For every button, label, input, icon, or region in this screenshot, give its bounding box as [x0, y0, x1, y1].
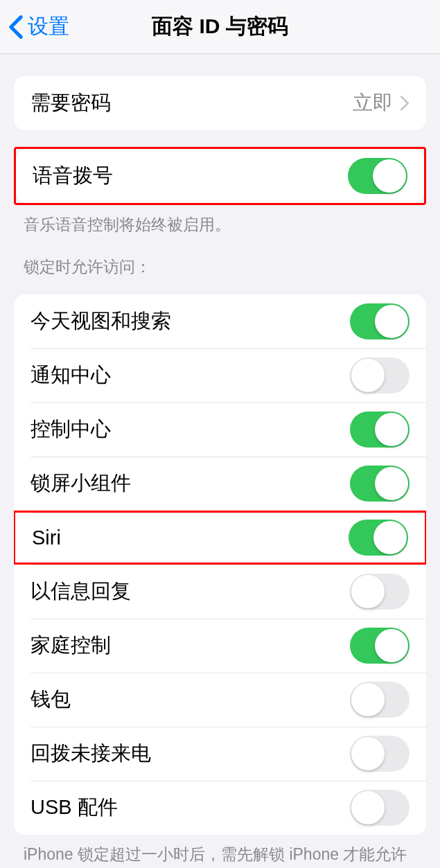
locked-item-toggle[interactable]: [350, 736, 410, 772]
locked-item-row[interactable]: 家庭控制: [14, 619, 426, 673]
locked-item-row[interactable]: 锁屏小组件: [14, 457, 426, 511]
locked-item-toggle[interactable]: [350, 574, 410, 610]
voice-dial-toggle[interactable]: [348, 158, 407, 194]
locked-item-row[interactable]: Siri: [14, 511, 426, 565]
voice-dial-row[interactable]: 语音拨号: [16, 149, 424, 203]
locked-item-toggle[interactable]: [350, 411, 410, 448]
require-passcode-row[interactable]: 需要密码 立即: [14, 76, 426, 130]
chevron-left-icon: [8, 15, 24, 39]
locked-item-label: USB 配件: [30, 794, 350, 822]
locked-item-label: 通知中心: [30, 362, 350, 389]
highlight-voice-dial: 语音拨号: [14, 147, 426, 205]
locked-access-footer: iPhone 锁定超过一小时后，需先解锁 iPhone 才能允许 USB 配件连…: [24, 843, 416, 868]
locked-item-row[interactable]: 回拨未接来电: [14, 727, 426, 781]
locked-item-row[interactable]: 今天视图和搜索: [14, 294, 426, 348]
locked-item-row[interactable]: USB 配件: [14, 781, 426, 835]
nav-bar: 设置 面容 ID 与密码: [0, 0, 440, 54]
locked-item-row[interactable]: 通知中心: [14, 348, 426, 402]
chevron-right-icon: [400, 95, 410, 112]
locked-item-toggle[interactable]: [350, 466, 410, 502]
locked-item-label: 家庭控制: [30, 632, 350, 659]
locked-item-label: 钱包: [30, 686, 350, 714]
voice-dial-group: 语音拨号: [16, 149, 424, 203]
require-passcode-label: 需要密码: [30, 89, 353, 117]
locked-item-label: Siri: [32, 526, 349, 549]
locked-item-row[interactable]: 钱包: [14, 673, 426, 727]
locked-item-toggle[interactable]: [350, 303, 410, 339]
require-passcode-group: 需要密码 立即: [14, 76, 426, 130]
locked-item-label: 锁屏小组件: [30, 470, 350, 497]
voice-dial-label: 语音拨号: [33, 162, 348, 190]
locked-item-row[interactable]: 控制中心: [14, 402, 426, 457]
back-label: 设置: [28, 12, 69, 41]
locked-item-toggle[interactable]: [349, 520, 408, 556]
locked-item-toggle[interactable]: [350, 357, 410, 393]
locked-item-label: 今天视图和搜索: [30, 308, 350, 335]
locked-item-toggle[interactable]: [350, 790, 410, 826]
require-passcode-value: 立即: [353, 89, 393, 117]
locked-item-toggle[interactable]: [350, 628, 410, 664]
locked-item-row[interactable]: 以信息回复: [14, 565, 426, 619]
locked-item-label: 控制中心: [30, 416, 350, 443]
back-button[interactable]: 设置: [0, 12, 69, 41]
voice-dial-footer: 音乐语音控制将始终被启用。: [24, 213, 416, 236]
locked-item-label: 以信息回复: [30, 578, 350, 605]
locked-access-header: 锁定时允许访问：: [24, 256, 416, 278]
locked-item-toggle[interactable]: [350, 682, 410, 718]
locked-access-group: 今天视图和搜索通知中心控制中心锁屏小组件Siri以信息回复家庭控制钱包回拨未接来…: [14, 294, 426, 835]
locked-item-label: 回拨未接来电: [30, 740, 350, 768]
